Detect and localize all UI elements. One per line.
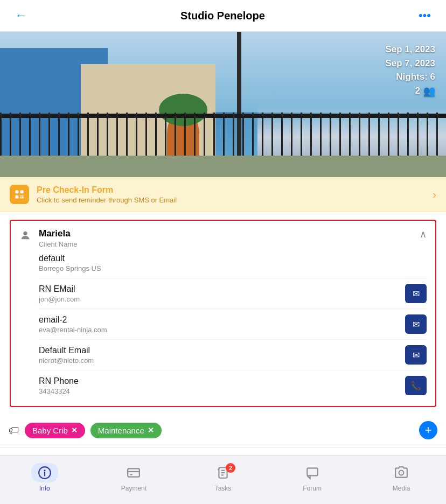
nav-icon-wrap-payment [120,463,147,482]
email-button-1[interactable]: ✉ [405,314,427,334]
contact-label-0: RN EMail [39,284,80,294]
svg-rect-6 [22,197,24,199]
svg-rect-2 [16,195,19,199]
client-avatar-icon [19,229,31,244]
hero-date-end: Sep 7, 2023 [385,57,435,71]
contact-rows: default Borrego Springs US RN EMail jon@… [11,248,435,406]
pre-checkin-title: Pre Check-In Form [37,185,177,195]
nav-icon-wrap-tasks: 2 [210,463,236,482]
tags-section: 🏷 Baby Crib ✕ Maintenance ✕ + [0,414,446,447]
nav-item-media[interactable]: Media [380,463,423,492]
client-name-block: Mariela Client Name [39,228,78,248]
pre-checkin-left: Pre Check-In Form Click to send reminder… [10,185,177,204]
nav-item-forum[interactable]: Forum [291,463,334,492]
contact-row-2: Default Email nierot@nieto.com ✉ [39,340,427,370]
phone-button-0[interactable]: 📞 [405,376,427,395]
contact-row-1: email-2 eva@rental-ninja.com ✉ [39,309,427,340]
svg-rect-0 [16,191,19,194]
more-button[interactable]: ••• [414,6,435,25]
app-header: ← Studio Penelope ••• [0,0,446,32]
nav-icon-wrap-forum [299,463,326,482]
pre-checkin-icon [10,185,29,204]
svg-rect-5 [20,197,22,199]
contact-value-2: nierot@nieto.com [39,356,94,365]
add-tag-button[interactable]: + [419,421,437,439]
contact-label-1: email-2 [39,315,107,325]
contact-label-2: Default Email [39,346,94,355]
contact-label-3: RN Phone [39,376,79,386]
pre-checkin-arrow-icon: › [433,188,436,201]
guests-count: 2 [415,84,420,98]
pre-checkin-text: Pre Check-In Form Click to send reminder… [37,185,177,204]
contact-value-1: eva@rental-ninja.com [39,326,107,334]
nav-label-info: Info [39,485,50,492]
email-icon-1: ✉ [413,319,420,330]
back-button[interactable]: ← [11,6,31,25]
client-header-content: Mariela Client Name ∧ [39,228,427,248]
contact-row-3: RN Phone 34343324 📞 [39,370,427,401]
nav-label-payment: Payment [121,485,147,492]
client-info-section: Mariela Client Name ∧ default Borrego Sp… [10,220,436,407]
nav-item-payment[interactable]: Payment [112,463,155,492]
page-title: Studio Penelope [180,10,265,22]
hero-nights: Nights: 6 [385,70,435,84]
svg-rect-4 [22,195,24,197]
hero-date-start: Sep 1, 2023 [385,43,435,57]
collapse-button[interactable]: ∧ [420,228,427,240]
svg-point-7 [23,232,27,235]
svg-rect-1 [20,191,24,194]
contact-info-1: email-2 eva@rental-ninja.com [39,315,107,334]
contact-value-3: 34343324 [39,387,79,395]
client-section-wrapper: Mariela Client Name ∧ default Borrego Sp… [0,212,446,414]
hero-image: Sep 1, 2023 Sep 7, 2023 Nights: 6 2 👥 [0,32,446,177]
hero-ground [0,156,446,177]
tag-baby-crib-remove[interactable]: ✕ [71,426,78,435]
contact-row-0: RN EMail jon@jon.com ✉ [39,278,427,309]
nav-icon-wrap-info [31,463,58,482]
tag-maintenance[interactable]: Maintenance ✕ [90,423,162,438]
email-icon-0: ✉ [413,289,420,299]
client-label: Client Name [39,240,78,248]
client-name: Mariela [39,228,78,239]
svg-point-20 [399,470,404,475]
pre-checkin-banner[interactable]: Pre Check-In Form Click to send reminder… [0,177,446,212]
email-button-0[interactable]: ✉ [405,284,427,303]
guests-icon: 👥 [423,84,435,99]
nav-label-forum: Forum [303,485,322,492]
email-button-2[interactable]: ✉ [405,345,427,365]
svg-rect-19 [307,468,318,475]
nav-item-info[interactable]: Info [23,463,66,492]
bottom-nav: Info Payment 2 Tasks [0,456,446,504]
svg-rect-11 [128,468,140,477]
phone-icon-0: 📞 [410,381,421,391]
tag-baby-crib-label: Baby Crib [32,426,68,435]
hero-dates: Sep 1, 2023 Sep 7, 2023 Nights: 6 2 👥 [385,43,435,99]
hero-guests: 2 👥 [385,84,435,99]
tag-maintenance-label: Maintenance [98,426,144,435]
nav-item-tasks[interactable]: 2 Tasks [201,463,245,492]
nav-icon-wrap-media [388,463,415,482]
contact-info-2: Default Email nierot@nieto.com [39,346,94,365]
svg-rect-3 [20,195,22,197]
nav-label-media: Media [393,485,410,492]
tags-list: Baby Crib ✕ Maintenance ✕ [25,423,414,438]
tag-baby-crib[interactable]: Baby Crib ✕ [25,423,85,438]
location-label: default [39,254,427,263]
contact-info-0: RN EMail jon@jon.com [39,284,80,303]
client-header: Mariela Client Name ∧ [11,221,435,248]
contact-info-3: RN Phone 34343324 [39,376,79,395]
location-value: Borrego Springs US [39,264,427,272]
contact-value-0: jon@jon.com [39,295,80,303]
location-row: default Borrego Springs US [39,248,427,278]
tasks-badge: 2 [226,463,235,473]
email-icon-2: ✉ [413,350,420,360]
hero-fence [0,113,446,156]
nav-label-tasks: Tasks [215,485,232,492]
pre-checkin-subtitle: Click to send reminder through SMS or Em… [37,196,177,204]
tag-icon: 🏷 [9,424,19,437]
tag-maintenance-remove[interactable]: ✕ [148,426,154,435]
